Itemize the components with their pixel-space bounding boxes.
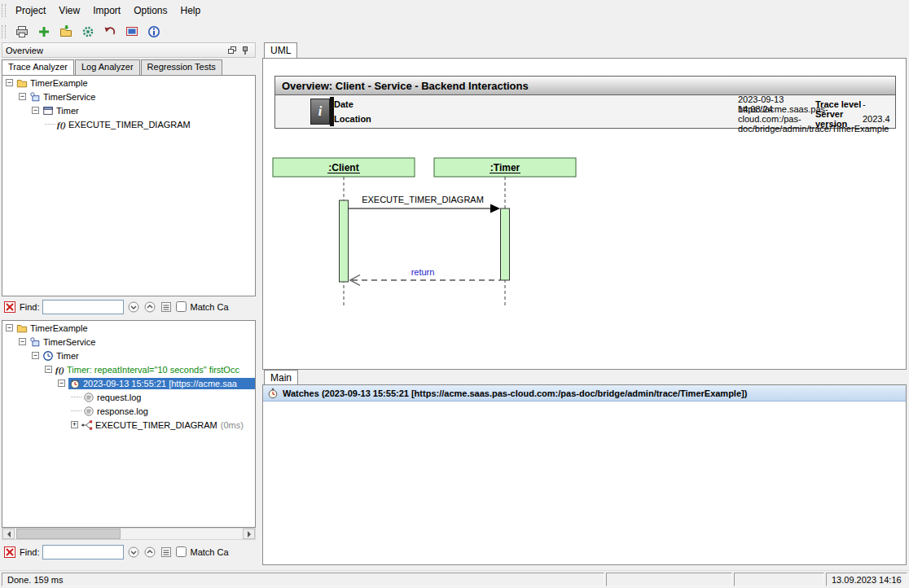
- chevron-down-circle-icon: [128, 546, 139, 558]
- open-button[interactable]: [56, 23, 75, 40]
- message-label: EXECUTE_TIMER_DIAGRAM: [362, 195, 484, 204]
- folder-icon: [16, 323, 28, 334]
- find-prev-button[interactable]: [143, 546, 156, 559]
- tree-connector: [71, 410, 81, 411]
- pin-panel-button[interactable]: [239, 45, 252, 56]
- export-view-button[interactable]: [122, 23, 141, 40]
- activation-client[interactable]: [340, 200, 349, 282]
- watches-panel[interactable]: Watches (2023-09-13 15:55:21 [https://ac…: [262, 384, 907, 565]
- match-case-checkbox[interactable]: [176, 301, 187, 312]
- find-input[interactable]: [42, 300, 124, 314]
- status-clock: 13.09.2023 14:16: [832, 575, 902, 585]
- collapse-icon[interactable]: −: [32, 352, 39, 359]
- status-clock-cell: 13.09.2023 14:16: [826, 573, 907, 586]
- tree-item-label: response.log: [97, 406, 148, 416]
- tree-item-response-log[interactable]: response.log: [2, 404, 255, 418]
- float-panel-button[interactable]: [226, 45, 239, 56]
- tree-item-timer-trigger[interactable]: − f() Timer: repeatInterval="10 seconds"…: [2, 362, 255, 376]
- duration-badge: (0ms): [221, 420, 244, 430]
- menu-project[interactable]: Project: [9, 2, 52, 20]
- print-button[interactable]: [12, 23, 31, 40]
- service-tree[interactable]: − TimerExample − TimerService − Timer f(…: [2, 75, 256, 296]
- tree-item-timerservice[interactable]: − TimerService: [2, 90, 255, 103]
- diagram-info-button[interactable]: i: [310, 99, 330, 125]
- diagram-info-table: Date 2023-09-13 14:08:24 Trace level - i…: [274, 95, 896, 129]
- clock-icon: [42, 350, 54, 362]
- tree-item-execute-timer-diagram[interactable]: f() EXECUTE_TIMER_DIAGRAM: [2, 117, 255, 131]
- menubar-grip[interactable]: [2, 4, 6, 17]
- tree-item-timer[interactable]: − Timer: [2, 103, 255, 117]
- sequence-diagram[interactable]: :Client :Timer EXECUTE_TIMER_DIAGRAM ret…: [271, 155, 597, 318]
- pin-icon: [240, 46, 250, 55]
- collapse-icon[interactable]: −: [19, 93, 26, 100]
- tree-item-timerexample[interactable]: − TimerExample: [2, 321, 255, 335]
- toolbar-grip[interactable]: [2, 25, 6, 38]
- tab-trace-analyzer[interactable]: Trace Analyzer: [2, 59, 74, 75]
- scroll-left-button[interactable]: [2, 529, 15, 539]
- plus-icon: [37, 25, 50, 38]
- tree-item-trace-timestamp[interactable]: − 2023-09-13 15:55:21 [https://acme.saa: [2, 376, 255, 390]
- folder-icon: [16, 77, 28, 89]
- tree-item-label: TimerService: [43, 92, 95, 102]
- tree-item-execute-timer-diagram[interactable]: + EXECUTE_TIMER_DIAGRAM (0ms): [2, 418, 255, 432]
- settings-button[interactable]: [78, 23, 97, 40]
- close-find-button[interactable]: [3, 301, 16, 314]
- expand-icon[interactable]: +: [71, 421, 78, 428]
- tree-item-label: EXECUTE_TIMER_DIAGRAM: [95, 420, 217, 430]
- scroll-right-button[interactable]: [243, 529, 255, 539]
- find-options-button[interactable]: [160, 546, 173, 559]
- info-button[interactable]: [144, 23, 163, 40]
- match-case-checkbox[interactable]: [176, 546, 187, 557]
- match-case-label: Match Ca: [190, 302, 228, 312]
- tree-item-timerexample[interactable]: − TimerExample: [2, 76, 255, 90]
- find-next-button[interactable]: [127, 301, 140, 314]
- add-button[interactable]: [34, 23, 53, 40]
- tree-item-timerservice[interactable]: − TimerService: [2, 335, 255, 349]
- menu-help[interactable]: Help: [174, 2, 208, 20]
- selected-tree-item[interactable]: 2023-09-13 15:55:21 [https://acme.saa: [68, 378, 255, 389]
- diagram-info-button-cell: i: [279, 97, 334, 126]
- menu-options[interactable]: Options: [127, 2, 173, 20]
- menu-view[interactable]: View: [52, 2, 86, 20]
- collapse-icon[interactable]: −: [58, 380, 65, 387]
- scrollbar-thumb[interactable]: [16, 529, 121, 539]
- server-version-value: 2023.4: [863, 114, 895, 124]
- find-prev-button[interactable]: [143, 301, 156, 314]
- collapse-icon[interactable]: −: [6, 79, 13, 86]
- find-next-button[interactable]: [127, 546, 140, 559]
- watches-body[interactable]: [263, 402, 906, 564]
- find-label: Find:: [20, 302, 39, 312]
- trace-instance-tree[interactable]: − TimerExample − TimerService − Timer − …: [2, 320, 256, 528]
- status-cell-2: [606, 573, 732, 586]
- window-icon: [42, 105, 54, 116]
- tree-connector: [45, 124, 55, 125]
- tree-item-timer[interactable]: − Timer: [2, 349, 255, 362]
- horizontal-scrollbar[interactable]: [2, 528, 256, 540]
- status-cell-3: [734, 573, 824, 586]
- find-options-button[interactable]: [160, 301, 173, 314]
- activation-timer[interactable]: [501, 208, 510, 280]
- find-input[interactable]: [42, 545, 124, 559]
- collapse-icon[interactable]: −: [19, 338, 26, 345]
- tree-connector: [71, 397, 81, 397]
- close-find-button[interactable]: [3, 546, 16, 559]
- toolbar: [0, 21, 909, 42]
- sequence-diagram-panel[interactable]: Overview: Client - Service - Backend Int…: [262, 58, 907, 370]
- collapse-icon[interactable]: −: [32, 107, 39, 114]
- tab-regression-tests[interactable]: Regression Tests: [141, 59, 222, 75]
- scrollbar-track[interactable]: [15, 529, 243, 539]
- tree-item-label: Timer: [56, 106, 79, 116]
- float-icon: [227, 46, 237, 55]
- collapse-icon[interactable]: −: [6, 324, 13, 331]
- menu-import[interactable]: Import: [86, 2, 127, 20]
- tab-uml[interactable]: UML: [264, 42, 297, 58]
- find-label: Find:: [20, 547, 39, 557]
- location-label: Location: [334, 114, 738, 124]
- gear-icon: [81, 25, 94, 38]
- tab-main[interactable]: Main: [264, 370, 298, 385]
- main-tabrow: Main: [262, 370, 907, 384]
- tab-log-analyzer[interactable]: Log Analyzer: [75, 59, 140, 75]
- collapse-icon[interactable]: −: [45, 366, 52, 373]
- undo-button[interactable]: [100, 23, 119, 40]
- tree-item-request-log[interactable]: request.log: [2, 390, 255, 404]
